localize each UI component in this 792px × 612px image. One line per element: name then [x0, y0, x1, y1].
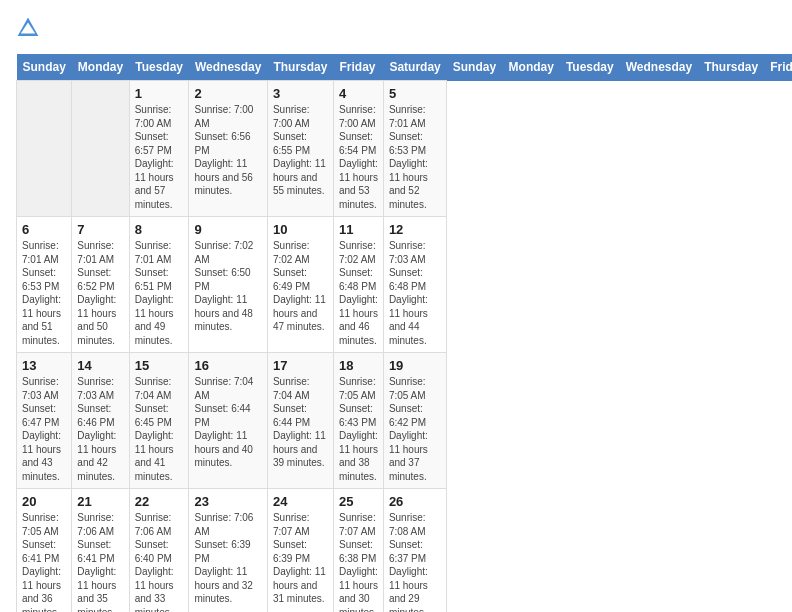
header-day: Sunday: [447, 54, 503, 81]
day-number: 17: [273, 358, 328, 373]
calendar-cell: [72, 81, 129, 217]
calendar-week-row: 1Sunrise: 7:00 AM Sunset: 6:57 PM Daylig…: [17, 81, 793, 217]
day-number: 5: [389, 86, 441, 101]
day-number: 9: [194, 222, 261, 237]
day-info: Sunrise: 7:04 AM Sunset: 6:45 PM Dayligh…: [135, 375, 184, 483]
header-day-thursday: Thursday: [267, 54, 333, 81]
day-info: Sunrise: 7:03 AM Sunset: 6:48 PM Dayligh…: [389, 239, 441, 347]
day-number: 12: [389, 222, 441, 237]
calendar-week-row: 6Sunrise: 7:01 AM Sunset: 6:53 PM Daylig…: [17, 217, 793, 353]
day-number: 24: [273, 494, 328, 509]
day-info: Sunrise: 7:06 AM Sunset: 6:39 PM Dayligh…: [194, 511, 261, 606]
calendar-cell: 18Sunrise: 7:05 AM Sunset: 6:43 PM Dayli…: [333, 353, 383, 489]
day-number: 11: [339, 222, 378, 237]
calendar-header-row: SundayMondayTuesdayWednesdayThursdayFrid…: [17, 54, 793, 81]
header-day-tuesday: Tuesday: [129, 54, 189, 81]
calendar-cell: 4Sunrise: 7:00 AM Sunset: 6:54 PM Daylig…: [333, 81, 383, 217]
day-number: 13: [22, 358, 66, 373]
calendar-week-row: 20Sunrise: 7:05 AM Sunset: 6:41 PM Dayli…: [17, 489, 793, 613]
header-day-friday: Friday: [333, 54, 383, 81]
day-number: 10: [273, 222, 328, 237]
day-number: 20: [22, 494, 66, 509]
day-number: 2: [194, 86, 261, 101]
header-day: Wednesday: [620, 54, 698, 81]
calendar-cell: 3Sunrise: 7:00 AM Sunset: 6:55 PM Daylig…: [267, 81, 333, 217]
day-info: Sunrise: 7:02 AM Sunset: 6:49 PM Dayligh…: [273, 239, 328, 334]
day-number: 16: [194, 358, 261, 373]
header-day-wednesday: Wednesday: [189, 54, 267, 81]
calendar-cell: 1Sunrise: 7:00 AM Sunset: 6:57 PM Daylig…: [129, 81, 189, 217]
calendar-week-row: 13Sunrise: 7:03 AM Sunset: 6:47 PM Dayli…: [17, 353, 793, 489]
day-info: Sunrise: 7:05 AM Sunset: 6:43 PM Dayligh…: [339, 375, 378, 483]
day-info: Sunrise: 7:01 AM Sunset: 6:51 PM Dayligh…: [135, 239, 184, 347]
calendar-cell: 15Sunrise: 7:04 AM Sunset: 6:45 PM Dayli…: [129, 353, 189, 489]
header-day-monday: Monday: [72, 54, 129, 81]
header-day: Monday: [503, 54, 560, 81]
calendar-cell: 13Sunrise: 7:03 AM Sunset: 6:47 PM Dayli…: [17, 353, 72, 489]
day-info: Sunrise: 7:01 AM Sunset: 6:53 PM Dayligh…: [22, 239, 66, 347]
day-number: 6: [22, 222, 66, 237]
calendar-cell: 5Sunrise: 7:01 AM Sunset: 6:53 PM Daylig…: [383, 81, 446, 217]
day-number: 23: [194, 494, 261, 509]
day-info: Sunrise: 7:03 AM Sunset: 6:47 PM Dayligh…: [22, 375, 66, 483]
calendar-table: SundayMondayTuesdayWednesdayThursdayFrid…: [16, 54, 792, 612]
day-number: 26: [389, 494, 441, 509]
day-info: Sunrise: 7:04 AM Sunset: 6:44 PM Dayligh…: [194, 375, 261, 470]
day-number: 7: [77, 222, 123, 237]
day-info: Sunrise: 7:00 AM Sunset: 6:55 PM Dayligh…: [273, 103, 328, 198]
day-info: Sunrise: 7:01 AM Sunset: 6:53 PM Dayligh…: [389, 103, 441, 211]
day-info: Sunrise: 7:04 AM Sunset: 6:44 PM Dayligh…: [273, 375, 328, 470]
logo-icon: [16, 16, 40, 40]
header-day: Tuesday: [560, 54, 620, 81]
day-info: Sunrise: 7:00 AM Sunset: 6:54 PM Dayligh…: [339, 103, 378, 211]
day-number: 14: [77, 358, 123, 373]
calendar-cell: 17Sunrise: 7:04 AM Sunset: 6:44 PM Dayli…: [267, 353, 333, 489]
day-info: Sunrise: 7:07 AM Sunset: 6:38 PM Dayligh…: [339, 511, 378, 612]
calendar-cell: 8Sunrise: 7:01 AM Sunset: 6:51 PM Daylig…: [129, 217, 189, 353]
calendar-cell: 19Sunrise: 7:05 AM Sunset: 6:42 PM Dayli…: [383, 353, 446, 489]
day-info: Sunrise: 7:08 AM Sunset: 6:37 PM Dayligh…: [389, 511, 441, 612]
calendar-cell: 2Sunrise: 7:00 AM Sunset: 6:56 PM Daylig…: [189, 81, 267, 217]
day-number: 25: [339, 494, 378, 509]
day-info: Sunrise: 7:03 AM Sunset: 6:46 PM Dayligh…: [77, 375, 123, 483]
header-day: Thursday: [698, 54, 764, 81]
day-number: 4: [339, 86, 378, 101]
calendar-cell: 20Sunrise: 7:05 AM Sunset: 6:41 PM Dayli…: [17, 489, 72, 613]
day-number: 8: [135, 222, 184, 237]
day-number: 1: [135, 86, 184, 101]
logo: [16, 16, 44, 44]
day-number: 21: [77, 494, 123, 509]
day-info: Sunrise: 7:06 AM Sunset: 6:40 PM Dayligh…: [135, 511, 184, 612]
day-number: 15: [135, 358, 184, 373]
day-info: Sunrise: 7:06 AM Sunset: 6:41 PM Dayligh…: [77, 511, 123, 612]
day-info: Sunrise: 7:02 AM Sunset: 6:48 PM Dayligh…: [339, 239, 378, 347]
day-info: Sunrise: 7:05 AM Sunset: 6:41 PM Dayligh…: [22, 511, 66, 612]
day-info: Sunrise: 7:00 AM Sunset: 6:56 PM Dayligh…: [194, 103, 261, 198]
calendar-cell: 21Sunrise: 7:06 AM Sunset: 6:41 PM Dayli…: [72, 489, 129, 613]
calendar-cell: 6Sunrise: 7:01 AM Sunset: 6:53 PM Daylig…: [17, 217, 72, 353]
day-info: Sunrise: 7:05 AM Sunset: 6:42 PM Dayligh…: [389, 375, 441, 483]
header-day-saturday: Saturday: [383, 54, 446, 81]
calendar-cell: 14Sunrise: 7:03 AM Sunset: 6:46 PM Dayli…: [72, 353, 129, 489]
day-info: Sunrise: 7:07 AM Sunset: 6:39 PM Dayligh…: [273, 511, 328, 606]
calendar-cell: 22Sunrise: 7:06 AM Sunset: 6:40 PM Dayli…: [129, 489, 189, 613]
day-info: Sunrise: 7:02 AM Sunset: 6:50 PM Dayligh…: [194, 239, 261, 334]
calendar-cell: 11Sunrise: 7:02 AM Sunset: 6:48 PM Dayli…: [333, 217, 383, 353]
header-day-sunday: Sunday: [17, 54, 72, 81]
day-number: 3: [273, 86, 328, 101]
calendar-cell: 26Sunrise: 7:08 AM Sunset: 6:37 PM Dayli…: [383, 489, 446, 613]
day-info: Sunrise: 7:01 AM Sunset: 6:52 PM Dayligh…: [77, 239, 123, 347]
calendar-cell: 9Sunrise: 7:02 AM Sunset: 6:50 PM Daylig…: [189, 217, 267, 353]
calendar-cell: 7Sunrise: 7:01 AM Sunset: 6:52 PM Daylig…: [72, 217, 129, 353]
day-info: Sunrise: 7:00 AM Sunset: 6:57 PM Dayligh…: [135, 103, 184, 211]
day-number: 18: [339, 358, 378, 373]
calendar-cell: 25Sunrise: 7:07 AM Sunset: 6:38 PM Dayli…: [333, 489, 383, 613]
calendar-cell: 23Sunrise: 7:06 AM Sunset: 6:39 PM Dayli…: [189, 489, 267, 613]
calendar-cell: 24Sunrise: 7:07 AM Sunset: 6:39 PM Dayli…: [267, 489, 333, 613]
calendar-cell: [17, 81, 72, 217]
day-number: 22: [135, 494, 184, 509]
day-number: 19: [389, 358, 441, 373]
calendar-cell: 16Sunrise: 7:04 AM Sunset: 6:44 PM Dayli…: [189, 353, 267, 489]
header: [16, 16, 776, 44]
header-day: Friday: [764, 54, 792, 81]
